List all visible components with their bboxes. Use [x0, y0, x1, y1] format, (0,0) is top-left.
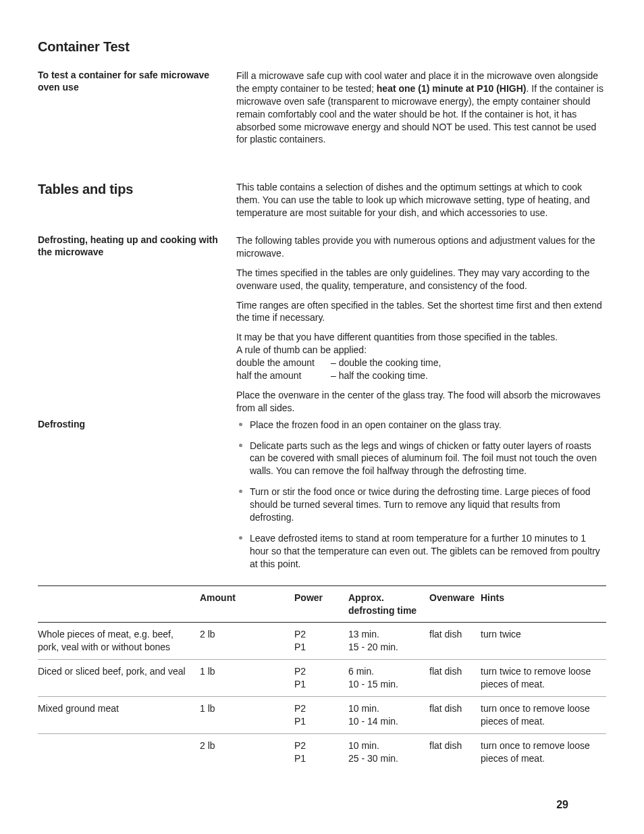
defrosting-list: Place the frozen food in an open contain…	[236, 419, 606, 571]
td-item: Mixed ground meat	[38, 696, 200, 733]
dhc-p2: The times specified in the tables are on…	[236, 267, 606, 292]
page-number: 29	[556, 798, 568, 812]
defrosting-left: Defrosting	[38, 419, 236, 431]
td-item: Whole pieces of meat, e.g. beef, pork, v…	[38, 623, 200, 660]
th-item	[38, 585, 200, 623]
dhc-p4: It may be that you have different quanti…	[236, 331, 606, 382]
td-amount: 2 lb	[200, 623, 294, 660]
list-item: Leave defrosted items to stand at room t…	[236, 532, 606, 571]
th-power: Power	[294, 585, 348, 623]
table-row: Diced or sliced beef, pork, and veal1 lb…	[38, 660, 606, 697]
td-hints: turn twice	[481, 623, 606, 660]
td-time: 13 min. 15 - 20 min.	[348, 623, 429, 660]
dhc-p1: The following tables provide you with nu…	[236, 234, 606, 260]
td-power: P2 P1	[294, 660, 348, 697]
td-power: P2 P1	[294, 733, 348, 770]
tables-tips-body: This table contains a selection of dishe…	[236, 181, 606, 219]
rule1-left: double the amount	[236, 357, 331, 369]
table-row: 2 lbP2 P110 min. 25 - 30 min.flat dishtu…	[38, 733, 606, 770]
rule2-left: half the amount	[236, 369, 331, 382]
td-time: 10 min. 10 - 14 min.	[348, 696, 429, 733]
dhc-p5: Place the ovenware in the center of the …	[236, 389, 606, 415]
dhc-p4b: A rule of thumb can be applied:	[236, 344, 367, 355]
list-item: Delicate parts such as the legs and wing…	[236, 440, 606, 478]
table-row: Mixed ground meat1 lbP2 P110 min. 10 - 1…	[38, 696, 606, 733]
tables-tips-intro: This table contains a selection of dishe…	[236, 181, 606, 219]
section-title-tables-tips: Tables and tips	[38, 181, 236, 197]
list-item: Place the frozen food in an open contain…	[236, 419, 606, 432]
container-test-row: To test a container for safe microwave o…	[38, 70, 606, 146]
td-power: P2 P1	[294, 623, 348, 660]
rule2-right: – half the cooking time.	[331, 370, 428, 381]
td-hints: turn once to remove loose pieces of meat…	[481, 696, 606, 733]
table-header-row: Amount Power Approx. defrosting time Ove…	[38, 585, 606, 623]
container-test-bold: heat one (1) minute at P10 (HIGH)	[377, 83, 527, 94]
td-amount: 1 lb	[200, 696, 294, 733]
section-title-container-test: Container Test	[38, 38, 606, 56]
td-hints: turn once to remove loose pieces of meat…	[481, 733, 606, 770]
defrosting-row: Defrosting Place the frozen food in an o…	[38, 419, 606, 571]
table-row: Whole pieces of meat, e.g. beef, pork, v…	[38, 623, 606, 660]
td-oven: flat dish	[429, 623, 481, 660]
th-ovenware: Ovenware	[429, 585, 481, 623]
td-oven: flat dish	[429, 660, 481, 697]
td-hints: turn twice to remove loose pieces of mea…	[481, 660, 606, 697]
th-hints: Hints	[481, 585, 606, 623]
container-test-body: Fill a microwave safe cup with cool wate…	[236, 70, 606, 146]
th-amount: Amount	[200, 585, 294, 623]
defrost-heat-cook-left: Defrosting, heating up and cooking with …	[38, 234, 236, 258]
tables-tips-row: Tables and tips This table contains a se…	[38, 181, 606, 219]
td-item	[38, 733, 200, 770]
defrost-heat-cook-body: The following tables provide you with nu…	[236, 234, 606, 415]
dhc-p4a: It may be that you have different quanti…	[236, 332, 558, 342]
td-item: Diced or sliced beef, pork, and veal	[38, 660, 200, 697]
dhc-p3: Time ranges are often specified in the t…	[236, 299, 606, 325]
defrosting-body: Place the frozen food in an open contain…	[236, 419, 606, 571]
td-time: 10 min. 25 - 30 min.	[348, 733, 429, 770]
td-power: P2 P1	[294, 696, 348, 733]
container-test-left: To test a container for safe microwave o…	[38, 70, 236, 93]
rule1-right: – double the cooking time,	[331, 357, 441, 368]
th-time: Approx. defrosting time	[348, 585, 429, 623]
td-oven: flat dish	[429, 733, 481, 770]
td-amount: 2 lb	[200, 733, 294, 770]
td-amount: 1 lb	[200, 660, 294, 697]
defrost-table: Amount Power Approx. defrosting time Ove…	[38, 585, 606, 771]
td-time: 6 min. 10 - 15 min.	[348, 660, 429, 697]
list-item: Turn or stir the food once or twice duri…	[236, 486, 606, 524]
td-oven: flat dish	[429, 696, 481, 733]
defrost-heat-cook-row: Defrosting, heating up and cooking with …	[38, 234, 606, 415]
